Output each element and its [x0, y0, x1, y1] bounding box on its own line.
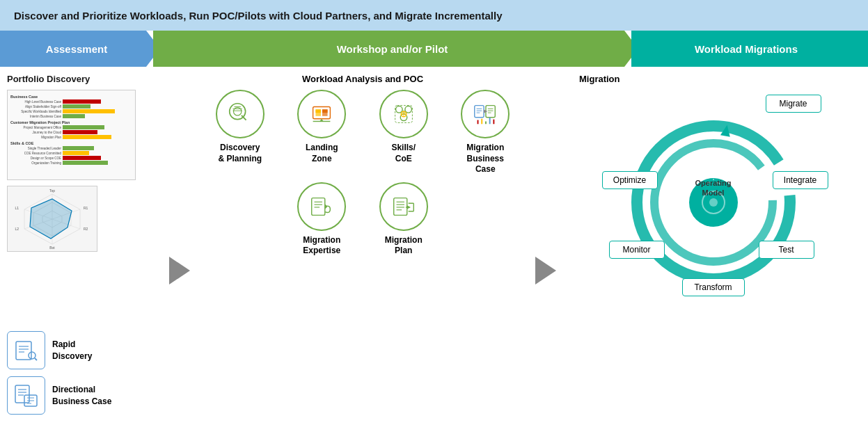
- middle-column: Workload Analysis and POC: [199, 74, 526, 425]
- svg-text:R1: R1: [84, 206, 88, 210]
- rapid-discovery-icon-box: [7, 331, 45, 369]
- chart-section3: Skills & COE: [10, 141, 132, 145]
- right-section: Migration: [565, 74, 861, 425]
- workload-item-migration-business-case: MigrationBusinessCase: [448, 90, 523, 175]
- svg-text:L1: L1: [15, 206, 19, 210]
- top-banner: Discover and Prioritize Workloads, Run P…: [0, 0, 868, 31]
- test-box: Test: [759, 241, 814, 259]
- migration-plan-label: MigrationPlan: [385, 235, 423, 257]
- rapid-discovery-icon: [13, 337, 40, 364]
- migration-expertise-icon-circle: [297, 182, 346, 231]
- operating-model-label: OperatingModel: [686, 178, 741, 198]
- workload-item-migration-plan: MigrationPlan: [366, 182, 441, 257]
- svg-rect-36: [313, 107, 331, 119]
- svg-rect-89: [711, 219, 716, 225]
- bottom-items: RapidDiscovery: [7, 331, 160, 425]
- landing-zone-icon: [308, 100, 336, 128]
- optimize-label: Optimize: [613, 175, 646, 185]
- phase-workload-migrations: Workload Migrations: [631, 31, 868, 67]
- svg-rect-22: [15, 385, 29, 403]
- svg-point-20: [29, 352, 35, 359]
- left-col-title: Portfolio Discovery: [7, 74, 160, 84]
- migration-business-case-icon-circle: [461, 90, 510, 138]
- svg-line-21: [35, 358, 37, 360]
- phase-workshop: Workshop and/or Pilot: [153, 31, 638, 67]
- skills-coe-label: Skills/CoE: [391, 143, 416, 164]
- workload-item-landing-zone: LandingZone: [285, 90, 360, 175]
- content-area: Portfolio Discovery Business Case High L…: [0, 67, 868, 425]
- discovery-planning-label: Discovery& Planning: [218, 143, 262, 164]
- landing-zone-label: LandingZone: [306, 143, 338, 164]
- rapid-discovery-label: RapidDiscovery: [52, 339, 92, 362]
- directional-business-case-label: DirectionalBusiness Case: [52, 384, 111, 408]
- phases-row: Assessment Workshop and/or Pilot Workloa…: [0, 31, 868, 67]
- workload-item-migration-expertise: MigrationExpertise: [285, 182, 360, 257]
- svg-rect-51: [475, 106, 484, 118]
- chart-section1: Business Case: [10, 95, 132, 99]
- svg-text:Top: Top: [49, 189, 55, 193]
- rapid-discovery-item: RapidDiscovery: [7, 331, 160, 369]
- directional-business-case-icon: [13, 383, 40, 409]
- integrate-box: Integrate: [773, 171, 828, 189]
- landing-zone-icon-circle: [297, 90, 346, 138]
- workload-item-skills-coe: Skills/CoE: [366, 90, 441, 175]
- assessment-label: Assessment: [46, 43, 107, 55]
- discovery-planning-icon: [226, 100, 254, 128]
- migration-cycle: Migrate Integrate Test Transform Monitor: [606, 88, 821, 303]
- svg-point-84: [709, 198, 718, 207]
- transform-box: Transform: [682, 278, 745, 296]
- migration-business-case-icon: [471, 100, 499, 128]
- bar-chart: Business Case High Level Business Case A…: [7, 90, 136, 180]
- arrow-1-shape: [169, 257, 190, 284]
- radar-chart: Top R1 R2 Bot L2 L1: [7, 186, 97, 252]
- migrate-box: Migrate: [766, 95, 821, 113]
- migrate-label: Migrate: [779, 99, 807, 109]
- migration-expertise-label: MigrationExpertise: [303, 235, 340, 257]
- integrate-label: Integrate: [784, 175, 816, 185]
- arrow-2-shape: [535, 257, 556, 284]
- left-column: Portfolio Discovery Business Case High L…: [7, 74, 160, 425]
- svg-text:R2: R2: [84, 227, 88, 231]
- optimize-box: Optimize: [602, 171, 658, 189]
- workload-item-discovery-planning: Discovery& Planning: [203, 90, 278, 175]
- svg-rect-69: [393, 198, 407, 215]
- monitor-label: Monitor: [622, 245, 650, 255]
- workshop-label: Workshop and/or Pilot: [337, 43, 448, 55]
- migration-business-case-label: MigrationBusinessCase: [466, 143, 504, 175]
- workload-grid: Discovery& Planning: [199, 90, 526, 257]
- migration-expertise-icon: [308, 193, 336, 220]
- middle-col-title: Workload Analysis and POC: [199, 74, 526, 84]
- svg-point-43: [395, 106, 402, 113]
- svg-rect-64: [312, 198, 325, 215]
- banner-text: Discover and Prioritize Workloads, Run P…: [14, 10, 503, 22]
- arrow-2: [535, 115, 556, 425]
- right-col-title: Migration: [565, 74, 861, 84]
- svg-rect-55: [486, 106, 495, 118]
- svg-point-44: [405, 106, 412, 113]
- chart-section2: Customer Migration Project Plan: [10, 120, 132, 125]
- svg-rect-87: [730, 200, 736, 205]
- svg-text:Bot: Bot: [49, 246, 55, 250]
- transform-label: Transform: [694, 282, 732, 292]
- arrow-1: [169, 115, 190, 425]
- svg-text:L2: L2: [15, 227, 19, 231]
- svg-rect-40: [322, 109, 328, 113]
- directional-business-case-item: DirectionalBusiness Case: [7, 376, 160, 415]
- migration-plan-icon-circle: [379, 182, 428, 231]
- svg-rect-39: [316, 109, 322, 113]
- svg-rect-91: [691, 200, 697, 205]
- discovery-planning-icon-circle: [216, 90, 265, 138]
- workload-migrations-label: Workload Migrations: [695, 43, 798, 55]
- main-container: Discover and Prioritize Workloads, Run P…: [0, 0, 868, 425]
- center-label-text: OperatingModel: [695, 179, 732, 197]
- directional-business-case-icon-box: [7, 376, 45, 415]
- monitor-box: Monitor: [609, 241, 665, 259]
- test-label: Test: [778, 245, 794, 255]
- svg-marker-9: [30, 199, 72, 239]
- migration-plan-icon: [390, 193, 418, 220]
- skills-coe-icon-circle: [379, 90, 428, 138]
- skills-coe-icon: [390, 100, 418, 128]
- phase-assessment: Assessment: [0, 31, 160, 67]
- svg-marker-68: [325, 204, 328, 209]
